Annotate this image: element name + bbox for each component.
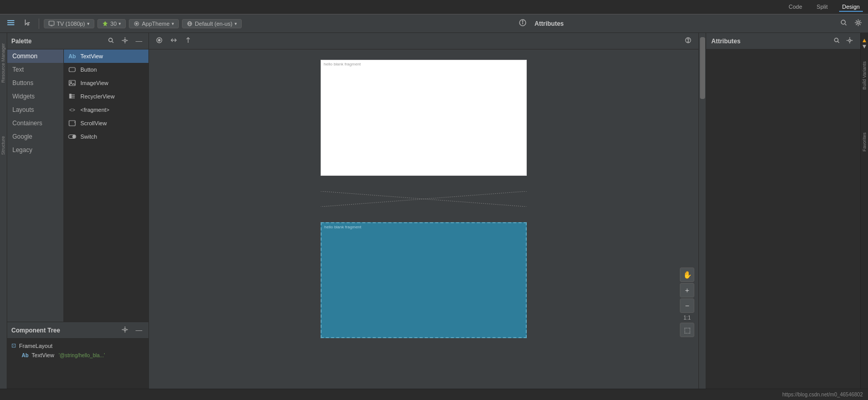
tab-split[interactable]: Split bbox=[813, 3, 830, 12]
up-arrow-btn[interactable] bbox=[182, 36, 194, 46]
tree-content: ⊡ FrameLayout Ab TextView '@string/hello… bbox=[7, 339, 148, 389]
structure-label[interactable]: Structure bbox=[1, 136, 6, 155]
attributes-content bbox=[706, 49, 860, 389]
svg-point-7 bbox=[136, 23, 138, 24]
svg-rect-28 bbox=[70, 97, 71, 98]
palette-header: Palette — bbox=[7, 33, 148, 49]
imageview-icon bbox=[68, 79, 76, 87]
category-buttons[interactable]: Buttons bbox=[7, 76, 63, 90]
svg-point-35 bbox=[158, 39, 160, 41]
zoom-controls: ✋ + − 1:1 ⬚ bbox=[680, 268, 694, 337]
arrows-btn[interactable] bbox=[168, 36, 180, 46]
category-text[interactable]: Text bbox=[7, 63, 63, 76]
zoom-in-btn[interactable]: + bbox=[680, 283, 694, 297]
category-widgets[interactable]: Widgets bbox=[7, 90, 63, 103]
canvas-toolbar bbox=[149, 33, 698, 49]
top-bar: Code Split Design bbox=[0, 0, 868, 14]
palette-settings-btn[interactable] bbox=[120, 36, 130, 46]
attributes-panel-title: Attributes bbox=[711, 38, 828, 45]
palette-content: Common Text Buttons Widgets Layouts Cont… bbox=[7, 49, 148, 322]
svg-point-16 bbox=[857, 22, 859, 24]
view-mode-tabs: Code Split Design bbox=[786, 3, 863, 12]
category-google[interactable]: Google bbox=[7, 130, 63, 143]
fit-icon: ⬚ bbox=[684, 326, 691, 334]
frame-white[interactable]: hello blank fragment bbox=[321, 60, 527, 176]
category-legacy[interactable]: Legacy bbox=[7, 143, 63, 157]
chevron-down-icon: ▾ bbox=[172, 21, 174, 26]
svg-rect-21 bbox=[69, 80, 75, 86]
api-selector[interactable]: 30 ▾ bbox=[97, 19, 126, 28]
palette-categories: Common Text Buttons Widgets Layouts Cont… bbox=[7, 49, 64, 322]
main-layout: Resource Manager Structure Palette — Com… bbox=[0, 33, 868, 389]
chevron-down-icon: ▾ bbox=[119, 21, 121, 26]
textview-icon: Ab bbox=[68, 52, 76, 60]
svg-point-13 bbox=[522, 21, 523, 21]
canvas-frames: hello blank fragment hello blank fragmen… bbox=[321, 60, 527, 338]
category-common[interactable]: Common bbox=[7, 49, 63, 63]
svg-rect-26 bbox=[70, 94, 71, 95]
palette-item-button[interactable]: Button bbox=[64, 63, 148, 76]
tree-header: Component Tree — bbox=[7, 322, 148, 339]
button-icon bbox=[68, 65, 76, 74]
frame-teal-label: hello blank fragment bbox=[324, 225, 361, 229]
svg-line-43 bbox=[838, 41, 840, 43]
zoom-out-btn[interactable]: − bbox=[680, 298, 694, 313]
switch-icon bbox=[68, 132, 76, 141]
select-btn[interactable] bbox=[21, 18, 34, 29]
attributes-search-btn[interactable] bbox=[831, 36, 842, 46]
yellow-arrows: ▲ ▼ bbox=[861, 37, 867, 49]
svg-rect-3 bbox=[49, 21, 54, 25]
palette-item-fragment[interactable]: <> <fragment> bbox=[64, 103, 148, 116]
tree-settings-btn[interactable] bbox=[120, 325, 130, 336]
palette-search-btn[interactable] bbox=[106, 36, 116, 46]
right-settings-btn[interactable] bbox=[853, 18, 864, 29]
category-layouts[interactable]: Layouts bbox=[7, 103, 63, 116]
theme-selector[interactable]: AppTheme ▾ bbox=[129, 19, 179, 28]
top-frame-container: hello blank fragment bbox=[321, 60, 527, 176]
resource-manager-label[interactable]: Resource Manager bbox=[1, 43, 6, 83]
svg-rect-29 bbox=[69, 121, 75, 126]
tab-design[interactable]: Design bbox=[839, 3, 863, 12]
palette-item-imageview[interactable]: ImageView bbox=[64, 76, 148, 90]
tab-code[interactable]: Code bbox=[786, 3, 805, 12]
layers-btn[interactable] bbox=[4, 18, 18, 29]
svg-rect-27 bbox=[70, 96, 71, 97]
textview-tree-icon: Ab bbox=[22, 353, 28, 358]
scrollbar-thumb[interactable] bbox=[700, 37, 705, 99]
framelayout-icon: ⊡ bbox=[11, 342, 16, 349]
palette-item-recyclerview[interactable]: RecyclerView bbox=[64, 90, 148, 103]
device-selector[interactable]: TV (1080p) ▾ bbox=[44, 19, 94, 28]
right-panel-header: Attributes bbox=[706, 33, 860, 49]
info-btn[interactable] bbox=[516, 18, 529, 29]
svg-point-22 bbox=[70, 81, 72, 83]
attributes-settings-btn[interactable] bbox=[844, 36, 855, 46]
palette-item-textview[interactable]: Ab TextView bbox=[64, 49, 148, 63]
category-containers[interactable]: Containers bbox=[7, 116, 63, 130]
svg-point-14 bbox=[841, 20, 845, 24]
scrollview-icon bbox=[68, 119, 76, 127]
minus-icon: − bbox=[685, 302, 689, 310]
arrow-down-icon: ▼ bbox=[861, 43, 867, 49]
svg-point-39 bbox=[688, 41, 688, 42]
svg-marker-5 bbox=[103, 21, 108, 26]
toggle-btn[interactable] bbox=[153, 36, 165, 46]
tree-minimize-btn[interactable]: — bbox=[133, 325, 144, 335]
help-btn[interactable] bbox=[682, 36, 694, 46]
svg-line-18 bbox=[112, 41, 114, 43]
canvas-area: hello blank fragment hello blank fragmen… bbox=[149, 33, 698, 389]
build-variants-label[interactable]: Build Variants bbox=[862, 61, 867, 90]
palette-item-switch[interactable]: Switch bbox=[64, 130, 148, 143]
svg-rect-1 bbox=[7, 22, 14, 23]
tree-item-framelayout[interactable]: ⊡ FrameLayout bbox=[7, 341, 148, 351]
locale-selector[interactable]: Default (en-us) ▾ bbox=[182, 19, 242, 28]
palette-minimize-btn[interactable]: — bbox=[133, 36, 144, 46]
tree-item-textview[interactable]: Ab TextView '@string/hello_bla...' bbox=[7, 351, 148, 360]
frame-teal[interactable]: hello blank fragment bbox=[321, 222, 527, 338]
right-search-btn[interactable] bbox=[838, 18, 849, 29]
chevron-down-icon: ▾ bbox=[235, 21, 237, 26]
favorites-label[interactable]: Favorites bbox=[862, 132, 867, 152]
svg-point-44 bbox=[849, 39, 851, 41]
palette-item-scrollview[interactable]: ScrollView bbox=[64, 116, 148, 130]
hand-tool-btn[interactable]: ✋ bbox=[680, 268, 694, 282]
fit-btn[interactable]: ⬚ bbox=[680, 323, 694, 337]
